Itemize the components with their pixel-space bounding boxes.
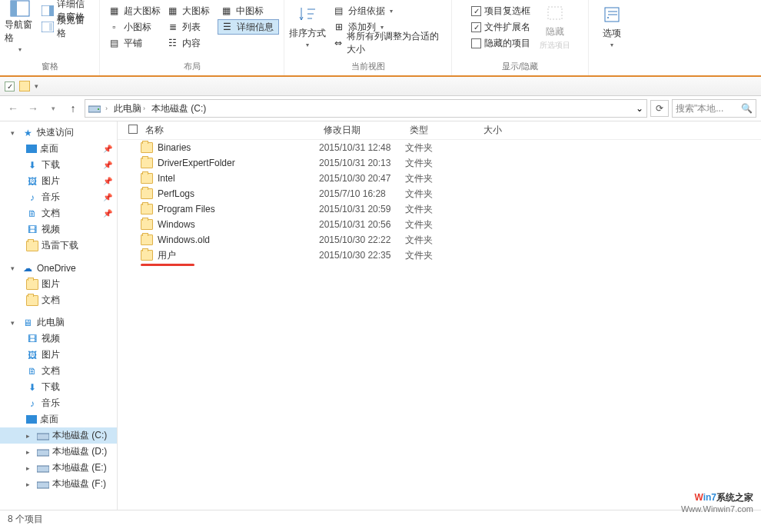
address-bar[interactable]: › 此电脑 › 本地磁盘 (C:) ⌄ [85, 99, 647, 118]
file-type: 文件夹 [405, 234, 479, 247]
folder-icon [141, 234, 153, 245]
quick-access-toolbar: ✓ ▾ [0, 77, 761, 96]
folder-icon [141, 142, 153, 153]
file-type: 文件夹 [405, 141, 479, 155]
preview-pane-button[interactable]: 预览窗格 [38, 19, 93, 35]
tree-od-pictures[interactable]: 图片 [0, 276, 117, 292]
tree-drive-d[interactable]: ▸本地磁盘 (D:) [0, 444, 117, 460]
svg-rect-13 [37, 434, 49, 440]
star-icon: ★ [22, 127, 34, 139]
file-date: 2015/10/31 20:13 [319, 158, 405, 168]
address-dropdown-icon[interactable]: ⌄ [636, 103, 643, 114]
qat-dropdown-icon[interactable]: ▾ [35, 82, 38, 90]
breadcrumb-thispc[interactable]: 此电脑 › [112, 102, 147, 115]
col-type[interactable]: 类型 [405, 124, 479, 137]
file-row[interactable]: Program Files2015/10/31 20:59文件夹 [118, 201, 761, 217]
tree-thunder[interactable]: 迅雷下载 [0, 238, 117, 254]
tree-pc-music[interactable]: ♪音乐 [0, 395, 117, 411]
file-row[interactable]: Intel2015/10/30 20:47文件夹 [118, 171, 761, 186]
status-text: 8 个项目 [8, 513, 43, 526]
tree-downloads[interactable]: ⬇下载📌 [0, 157, 117, 173]
view-content-button[interactable]: ☷内容 [164, 35, 218, 51]
sort-button[interactable]: 排序方式▾ [289, 2, 327, 51]
view-lg-button[interactable]: ▦大图标 [164, 3, 218, 18]
back-button[interactable]: ← [5, 100, 22, 117]
qat-properties-icon[interactable]: ✓ [5, 81, 15, 91]
file-list[interactable]: Binaries2015/10/31 12:48文件夹DriverExpertF… [118, 140, 761, 510]
tree-pc-downloads[interactable]: ⬇下载 [0, 379, 117, 395]
tree-thispc[interactable]: ▾🖥此电脑 [0, 314, 117, 331]
checkbox-icon: ✓ [471, 6, 481, 16]
breadcrumb-drive[interactable]: 本地磁盘 (C:) [150, 102, 208, 115]
view-md-button[interactable]: ▦中图标 [218, 3, 271, 18]
tree-desktop[interactable]: 桌面📌 [0, 141, 117, 157]
file-row[interactable]: 用户2015/10/30 22:35文件夹 [118, 248, 761, 263]
drive-icon [88, 102, 101, 115]
col-date[interactable]: 修改日期 [319, 124, 405, 137]
column-headers[interactable]: 名称 修改日期 类型 大小 [118, 121, 761, 140]
search-input[interactable]: 搜索"本地...🔍 [672, 99, 756, 118]
navigation-tree[interactable]: ▾★快速访问 桌面📌 ⬇下载📌 🖼图片📌 ♪音乐📌 🗎文档📌 🎞视频 迅雷下载 … [0, 121, 118, 510]
file-row[interactable]: Windows.old2015/10/30 22:22文件夹 [118, 232, 761, 248]
file-date: 2015/10/30 20:47 [319, 173, 405, 184]
tree-drive-c[interactable]: ▸本地磁盘 (C:) [0, 427, 117, 444]
svg-rect-12 [98, 108, 99, 110]
tree-onedrive[interactable]: ▾☁OneDrive [0, 260, 117, 276]
fit-icon: ⇔ [333, 37, 344, 49]
ribbon: 导航窗格 ▾ 详细信息窗格 预览窗格 窗格 ▦超大图标 ▦大图标 ▦中图标 ▫小… [0, 0, 761, 77]
tree-pc-desktop[interactable]: 桌面 [0, 411, 117, 427]
hide-selected-button[interactable]: 隐藏 所选项目 [537, 2, 573, 51]
pin-icon: 📌 [103, 145, 112, 153]
tree-quick-access[interactable]: ▾★快速访问 [0, 125, 117, 141]
col-size[interactable]: 大小 [479, 124, 548, 137]
up-button[interactable]: ↑ [65, 100, 81, 117]
tree-pc-pictures[interactable]: 🖼图片 [0, 347, 117, 363]
file-type: 文件夹 [405, 203, 479, 216]
hide-icon [544, 2, 566, 24]
file-row[interactable]: DriverExpertFolder2015/10/31 20:13文件夹 [118, 155, 761, 171]
view-sm-button[interactable]: ▫小图标 [105, 19, 164, 35]
file-row[interactable]: PerfLogs2015/7/10 16:28文件夹 [118, 186, 761, 201]
tree-drive-f[interactable]: ▸本地磁盘 (F:) [0, 476, 117, 492]
forward-button: → [25, 100, 42, 117]
fit-columns-button[interactable]: ⇔将所有列调整为合适的大小 [330, 35, 445, 51]
tree-pictures[interactable]: 🖼图片📌 [0, 173, 117, 189]
hidden-items-toggle[interactable]: 隐藏的项目 [468, 35, 533, 51]
nav-pane-button[interactable]: 导航窗格 ▾ [5, 2, 35, 51]
breadcrumb[interactable]: › [104, 105, 109, 112]
group-label-panes: 窗格 [42, 59, 58, 74]
tree-drive-e[interactable]: ▸本地磁盘 (E:) [0, 460, 117, 476]
tree-music[interactable]: ♪音乐📌 [0, 189, 117, 205]
file-type: 文件夹 [405, 157, 479, 170]
tree-od-documents[interactable]: 文档 [0, 292, 117, 308]
tree-videos[interactable]: 🎞视频 [0, 221, 117, 238]
tree-documents[interactable]: 🗎文档📌 [0, 205, 117, 221]
file-row[interactable]: Windows2015/10/31 20:56文件夹 [118, 217, 761, 232]
checkbox-icon: ✓ [471, 22, 481, 32]
options-button[interactable]: 选项▾ [590, 2, 633, 51]
folder-icon [141, 173, 153, 184]
col-name[interactable]: 名称 [141, 124, 319, 137]
svg-rect-6 [548, 7, 562, 19]
qat-newfolder-icon[interactable] [19, 81, 30, 91]
item-checkboxes-toggle[interactable]: ✓项目复选框 [468, 3, 533, 18]
view-list-button[interactable]: ≣列表 [164, 19, 218, 35]
group-by-button[interactable]: ▤分组依据▾ [330, 3, 445, 18]
tree-pc-videos[interactable]: 🎞视频 [0, 331, 117, 347]
search-icon: 🔍 [741, 103, 753, 114]
file-ext-toggle[interactable]: ✓文件扩展名 [468, 19, 533, 35]
recent-locations-button[interactable]: ▾ [45, 100, 61, 117]
view-details-button[interactable]: ☰详细信息 [218, 19, 279, 35]
file-date: 2015/10/31 20:59 [319, 204, 405, 214]
select-all-checkbox[interactable] [128, 125, 138, 134]
group-icon: ▤ [333, 5, 345, 17]
view-tiles-button[interactable]: ▤平铺 [105, 35, 164, 51]
checkbox-icon [471, 38, 481, 48]
pictures-icon: 🖼 [26, 175, 38, 188]
view-xl-button[interactable]: ▦超大图标 [105, 3, 164, 18]
refresh-button[interactable]: ⟳ [650, 100, 669, 117]
watermark: Win7Win7系统之家系统之家 Www.Winwin7.com [681, 490, 753, 514]
tree-pc-documents[interactable]: 🗎文档 [0, 363, 117, 379]
file-row[interactable]: Binaries2015/10/31 12:48文件夹 [118, 140, 761, 155]
folder-icon [141, 188, 153, 199]
